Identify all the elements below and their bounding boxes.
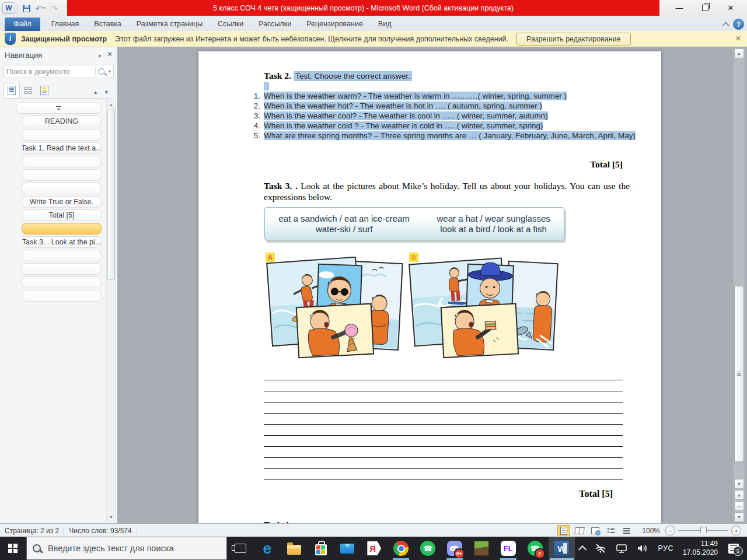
outline-view-icon <box>608 527 615 534</box>
previous-heading-icon[interactable]: ▲ <box>93 89 98 95</box>
nav-item-7[interactable]: Write True or False. <box>22 196 102 208</box>
close-button[interactable]: ✕ <box>718 0 743 15</box>
file-explorer-button[interactable] <box>281 537 308 560</box>
ribbon-tab-3[interactable]: Разметка страницы <box>129 18 210 31</box>
help-button[interactable]: ? <box>733 19 744 30</box>
view-web-layout-button[interactable] <box>589 525 602 536</box>
task-view-button[interactable] <box>227 537 254 560</box>
language-indicator[interactable]: РУС <box>653 537 678 560</box>
nav-item-14[interactable] <box>22 290 102 302</box>
navigation-pane-close-icon[interactable]: ✕ <box>107 50 113 58</box>
scrollbar-thumb[interactable] <box>734 286 744 462</box>
navigation-pane-menu-icon[interactable]: ▾ <box>98 53 101 59</box>
reading-view-icon <box>574 527 585 534</box>
document-search-box[interactable]: ▾ <box>4 65 114 78</box>
view-draft-button[interactable] <box>620 525 633 536</box>
whatsapp2-button[interactable]: ☎ 7 <box>522 537 549 560</box>
nav-item-4[interactable] <box>22 156 102 167</box>
ribbon-tab-5[interactable]: Рассылки <box>251 18 299 31</box>
edge-button[interactable]: e <box>254 537 281 560</box>
view-fullscreen-reading-button[interactable] <box>573 525 586 536</box>
zoom-out-button[interactable]: − <box>665 526 675 536</box>
restore-button[interactable] <box>692 0 718 15</box>
clock[interactable]: 11:49 17.05.2020 <box>678 537 724 560</box>
nav-item-3[interactable]: Task 1. Read the text a... <box>22 142 102 154</box>
navigation-scrollbar[interactable]: ▲ ▼ <box>106 100 116 522</box>
enable-editing-button[interactable]: Разрешить редактирование <box>516 33 630 46</box>
select-browse-object-icon[interactable]: • <box>734 501 744 511</box>
next-page-icon[interactable]: ▼ <box>734 512 744 522</box>
scrollbar-thumb[interactable] <box>107 110 115 280</box>
zoom-slider-thumb[interactable] <box>700 527 707 536</box>
word-count[interactable]: Число слов: 93/574 <box>64 527 136 535</box>
view-print-layout-button[interactable] <box>557 525 570 536</box>
nav-item-1[interactable]: READING <box>22 116 102 127</box>
view-outline-button[interactable] <box>605 525 617 536</box>
whatsapp-button[interactable]: ☎ <box>414 537 441 560</box>
tab-browse-headings[interactable] <box>4 83 20 98</box>
zoom-level[interactable]: 100% <box>642 527 660 535</box>
navigation-pane-title: Навигация <box>5 51 42 60</box>
minimize-ribbon-icon[interactable] <box>722 22 729 29</box>
nav-item-5[interactable] <box>22 169 102 181</box>
page-indicator[interactable]: Страница: 2 из 2 <box>0 527 64 535</box>
protected-bar-close-icon[interactable]: ✕ <box>735 34 741 43</box>
search-icon[interactable] <box>98 68 104 75</box>
nav-item-12[interactable] <box>22 263 102 275</box>
yandex-browser-button[interactable]: Я <box>361 537 388 560</box>
protected-view-bar: i Защищенный просмотр Этот файл загружен… <box>0 31 747 47</box>
volume-button[interactable] <box>632 537 653 560</box>
document-search-input[interactable] <box>4 68 95 76</box>
word-taskbar-button[interactable]: W <box>549 537 575 560</box>
chrome-button[interactable] <box>388 537 414 560</box>
pages-icon <box>25 87 32 94</box>
scroll-up-icon[interactable]: ▲ <box>107 100 116 108</box>
nav-item-13[interactable] <box>22 276 102 288</box>
ethernet-button[interactable] <box>611 537 632 560</box>
ribbon-tab-7[interactable]: Вид <box>371 18 399 31</box>
undo-button[interactable]: ↶ ▾ <box>34 2 46 14</box>
fl-studio-button[interactable]: FL <box>495 537 522 560</box>
save-icon <box>23 5 30 12</box>
nav-item-2[interactable] <box>22 129 102 141</box>
nav-item-0[interactable]: ▴ <box>16 102 102 114</box>
protected-view-message[interactable]: Этот файл загружен из Интернета и может … <box>115 35 508 43</box>
mail-button[interactable] <box>334 537 361 560</box>
ribbon-tab-4[interactable]: Ссылки <box>210 18 251 31</box>
document-scrollbar[interactable]: ▲ ▼ ▲ • ▼ <box>734 48 745 522</box>
scroll-down-icon[interactable]: ▼ <box>107 513 116 521</box>
task-view-icon <box>235 544 246 553</box>
ribbon-tab-2[interactable]: Вставка <box>86 18 128 31</box>
hidden-icons-button[interactable] <box>575 537 590 560</box>
tab-browse-pages[interactable] <box>20 83 36 98</box>
microsoft-store-button[interactable] <box>308 537 334 560</box>
tab-browse-results[interactable] <box>36 83 53 98</box>
web-layout-icon <box>591 527 599 534</box>
nav-item-11[interactable] <box>22 250 102 261</box>
nav-item-9[interactable] <box>22 223 102 235</box>
nav-item-6[interactable] <box>22 183 102 194</box>
scroll-down-icon[interactable]: ▼ <box>734 479 744 489</box>
nav-item-8[interactable]: Total [5] <box>22 209 102 221</box>
ribbon-tab-6[interactable]: Рецензирование <box>299 18 371 31</box>
save-button[interactable] <box>20 2 32 14</box>
zoom-slider[interactable] <box>678 526 728 536</box>
search-options-dropdown-icon[interactable]: ▾ <box>109 69 111 74</box>
previous-page-icon[interactable]: ▲ <box>734 490 744 500</box>
discord-button[interactable]: 9+ <box>441 537 468 560</box>
ribbon-tab-0[interactable]: Файл <box>5 18 40 31</box>
taskbar-search-input[interactable] <box>47 543 221 554</box>
zoom-in-button[interactable]: + <box>731 526 741 536</box>
notification-center-button[interactable]: 5 <box>724 537 747 560</box>
minimize-button[interactable]: — <box>666 0 692 15</box>
nav-item-10[interactable]: Task 3. . Look at the pi... <box>22 236 102 248</box>
ribbon-tab-1[interactable]: Главная <box>44 18 87 31</box>
next-heading-icon[interactable]: ▼ <box>104 89 109 95</box>
scroll-up-icon[interactable]: ▲ <box>734 48 744 58</box>
redo-button[interactable]: ↷ <box>48 2 60 14</box>
start-button[interactable] <box>0 537 26 560</box>
minecraft-button[interactable] <box>468 537 495 560</box>
network-unavailable-button[interactable] <box>590 537 611 560</box>
undo-dropdown-icon[interactable]: ▾ <box>43 6 46 10</box>
taskbar-search-box[interactable] <box>26 537 227 560</box>
